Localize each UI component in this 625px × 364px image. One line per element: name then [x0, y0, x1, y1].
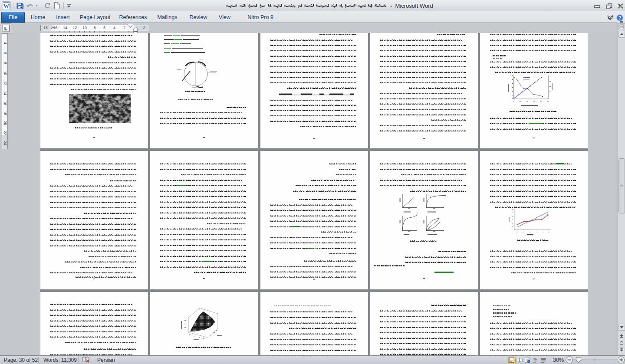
svg-text:?: ? [618, 15, 621, 20]
